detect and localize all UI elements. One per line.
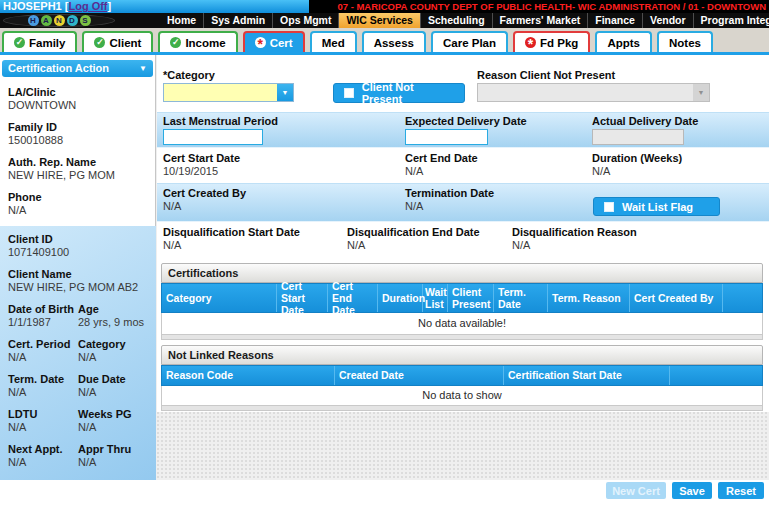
duration-weeks-label: Duration (Weeks) [592,152,682,164]
page-title: 07 - MARICOPA COUNTY DEPT OF PUBLIC HEAL… [309,0,769,13]
app-window: HJOSEPH1 [Log Off] 07 - MARICOPA COUNTY … [0,0,769,520]
col-term-date[interactable]: Term. Date [494,284,548,312]
sidebar-pair-dob-age: Date of Birth 1/1/1987 Age 28 yrs, 9 mos [8,303,156,329]
category-select[interactable]: ▼ [163,83,294,102]
menu-item-home[interactable]: Home [160,13,203,28]
tab-fd-pkg[interactable]: * Fd Pkg [513,31,590,52]
col-certification-start-date[interactable]: Certification Start Date [504,366,670,385]
tab-label: Notes [669,37,701,49]
reset-button[interactable]: Reset [718,482,764,499]
menu-item-scheduling[interactable]: Scheduling [420,13,492,28]
certifications-section-header: Certifications [161,263,763,283]
reason-client-not-present-select: ▼ [477,83,710,102]
action-bar: New Cert Save Reset [0,480,769,500]
actual-delivery-date-input [592,129,684,145]
tab-label: Fd Pkg [540,37,578,49]
menu-item-farmers-market[interactable]: Farmers' Market [492,13,588,28]
check-icon: ✓ [94,37,105,48]
certification-action-dropdown[interactable]: ▼ Certification Action [2,60,153,77]
sidebar-field-auth-rep-name: Auth. Rep. Name NEW HIRE, PG MOM [8,156,155,182]
sidebar-header-label: Certification Action [8,62,109,74]
tab-label: Income [185,37,225,49]
reason-client-not-present-label: Reason Client Not Present [477,69,615,81]
tab-assess[interactable]: Assess [362,31,426,52]
title-bar: HJOSEPH1 [Log Off] 07 - MARICOPA COUNTY … [0,0,769,13]
category-label: *Category [163,69,215,81]
chevron-down-icon[interactable]: ▼ [277,84,293,101]
menu-item-finance[interactable]: Finance [587,13,642,28]
col-created-date[interactable]: Created Date [335,366,504,385]
sidebar-pair-ldtu-weekspg: LDTU N/A Weeks PG N/A [8,408,156,434]
sidebar-field-client-name: Client Name NEW HIRE, PG MOM AB2 [8,268,156,294]
menu-item-ops-mgmt[interactable]: Ops Mgmt [272,13,338,28]
sidebar-pair-certperiod-category: Cert. Period N/A Category N/A [8,338,156,364]
tab-care-plan[interactable]: Care Plan [431,31,508,52]
col-filler [723,284,762,312]
bracket: ] [108,0,112,12]
not-linked-table-header: Reason Code Created Date Certification S… [161,365,763,386]
username: HJOSEPH1 [3,0,62,12]
main-menu-bar: H A N D S Home Sys Admin Ops Mgmt WIC Se… [0,13,769,28]
wait-list-flag-button[interactable]: Wait List Flag [593,197,720,216]
sidebar-field-family-id: Family ID 150010888 [8,121,155,147]
tab-income[interactable]: ✓ Income [158,31,237,52]
menu-item-sys-admin[interactable]: Sys Admin [203,13,272,28]
logo-letter: A [41,15,52,26]
record-tab-bar: ✓ Family ✓ Client ✓ Income * Cert Med As… [0,28,769,55]
check-icon: ✓ [170,37,181,48]
disq-start-date-label: Disqualification Start Date [163,226,300,238]
cert-start-date-label: Cert Start Date [163,152,240,164]
sidebar-field-phone: Phone N/A [8,191,155,217]
tab-label: Care Plan [443,37,496,49]
tab-cert[interactable]: * Cert [243,31,305,52]
tab-appts[interactable]: Appts [595,31,652,52]
col-cert-end-date[interactable]: Cert End Date [328,284,378,312]
col-reason-code[interactable]: Reason Code [162,366,335,385]
col-cert-start-date[interactable]: Cert Start Date [277,284,328,312]
cert-created-by-label: Cert Created By [163,187,246,199]
menu-item-wic-services[interactable]: WIC Services [338,13,420,28]
col-cert-created-by[interactable]: Cert Created By [630,284,723,312]
lmp-label: Last Menstrual Period [163,115,278,127]
expected-delivery-date-input[interactable] [405,129,488,145]
sidebar: ▼ Certification Action LA/Clinic DOWNTOW… [0,55,156,425]
termination-date-label: Termination Date [405,187,494,199]
save-button[interactable]: Save [672,482,712,499]
chevron-down-icon: ▼ [693,84,709,101]
disq-end-date-label: Disqualification End Date [347,226,480,238]
col-filler [670,366,762,385]
col-wait-list[interactable]: Wait List [423,284,448,312]
sidebar-pair-nextappt-apprthru: Next Appt. N/A Appr Thru N/A [8,443,156,469]
required-asterisk-icon: * [525,37,536,48]
tab-family[interactable]: ✓ Family [2,31,77,52]
check-icon: ✓ [14,37,25,48]
tab-label: Assess [374,37,414,49]
col-client-present[interactable]: Client Present [448,284,494,312]
new-cert-button[interactable]: New Cert [606,482,666,499]
last-menstrual-period-input[interactable] [163,129,263,145]
edd-label: Expected Delivery Date [405,115,527,127]
tab-label: Appts [607,37,640,49]
chevron-down-icon: ▼ [139,60,147,77]
col-term-reason[interactable]: Term. Reason [548,284,630,312]
disq-end-date-value: N/A [347,239,365,251]
disq-start-date-value: N/A [163,239,181,251]
log-off-link[interactable]: Log Off [68,0,107,12]
certifications-table-footer [161,335,763,340]
disq-reason-value: N/A [512,239,530,251]
col-category[interactable]: Category [162,284,277,312]
tab-notes[interactable]: Notes [657,31,713,52]
hands-logo: H A N D S [3,14,115,27]
tab-med[interactable]: Med [310,31,357,52]
menu-item-vendor[interactable]: Vendor [642,13,693,28]
sidebar-field-la-clinic: LA/Clinic DOWNTOWN [8,86,155,112]
checkbox-icon [604,202,614,212]
workspace: ▼ Certification Action LA/Clinic DOWNTOW… [0,55,769,500]
client-not-present-button[interactable]: Client Not Present [333,83,465,103]
menu-item-program-integrity[interactable]: Program Integrity [693,13,769,28]
logo-letter: S [80,15,91,26]
col-duration[interactable]: Duration [378,284,423,312]
tab-client[interactable]: ✓ Client [82,31,153,52]
disq-reason-label: Disqualification Reason [512,226,637,238]
not-linked-empty-row: No data to show [161,386,763,406]
